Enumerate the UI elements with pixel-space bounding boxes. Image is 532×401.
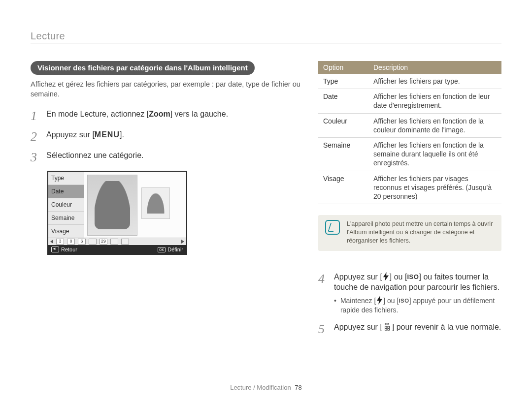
opt-desc: Afficher les fichiers par type. [368,74,501,89]
strip-right-arrow-icon [181,240,184,244]
step-5-text-b: ] pour revenir à la vue normale. [392,323,501,331]
two-columns: Visionner des fichiers par catégorie dan… [31,61,501,342]
strip-left-arrow-icon [50,240,53,244]
step-2-text-b: ]. [120,130,124,139]
strip-cell: 8 [67,239,75,245]
iso-key: ISO [407,273,419,281]
section-title: Lecture [31,31,501,42]
category-list: Type Date Couleur Semaine Visage [48,172,84,238]
svg-marker-0 [383,272,389,281]
step-number: 4 [318,272,327,285]
step-number: 2 [31,129,39,143]
table-row: Visage Afficher les fichiers par visages… [318,171,501,204]
step-3-text: Sélectionnez une catégorie. [46,150,300,161]
page-number: 78 [295,384,301,391]
step-4-sub: Maintenez [] ou [ISO] appuyé pour un déf… [334,296,501,315]
footer-set-label: Définir [167,247,183,252]
footer-back-label: Retour [61,247,77,252]
right-column: Option Description Type Afficher les fic… [318,61,501,342]
camera-screen-figure: Type Date Couleur Semaine Visage [47,171,187,255]
flash-key-icon [382,272,390,281]
opt-desc: Afficher les fichiers en fonction de la … [368,137,501,171]
page: Lecture Visionner des fichiers par catég… [0,0,532,401]
opt-name: Visage [318,171,368,204]
table-row: Date Afficher les fichiers en fonction d… [318,89,501,113]
step-4-sub-a: Maintenez [ [340,297,376,305]
step-4-sub-b: ] ou [ [383,297,399,305]
intro-text: Affichez et gérez les fichiers par catég… [31,80,300,99]
step-1-text-a: En mode Lecture, actionnez [ [46,110,149,118]
options-table: Option Description Type Afficher les fic… [318,61,501,204]
step-5-text-a: Appuyez sur [ [334,323,382,331]
strip-cell [121,239,129,245]
svg-rect-3 [385,326,387,328]
svg-rect-4 [388,326,390,328]
menu-key: MENU [95,129,120,140]
category-item-face: Visage [48,225,84,238]
strip-cell: 3 [56,239,64,245]
svg-marker-1 [377,296,382,305]
table-row: Couleur Afficher les fichiers en fonctio… [318,113,501,137]
date-strip: 3 8 6 29 [48,238,186,245]
category-item-color: Couleur [48,198,84,212]
opt-desc: Afficher les fichiers en fonction de leu… [368,89,501,113]
step-1-text-b: ] vers la gauche. [170,110,228,118]
thumbnail-pane [84,172,186,238]
opt-name: Couleur [318,113,368,137]
opt-name: Type [318,74,368,89]
opt-desc: Afficher les fichiers en fonction de la … [368,113,501,137]
opt-name: Semaine [318,137,368,171]
step-number: 5 [318,322,327,336]
th-option: Option [318,61,368,74]
strip-cell [89,239,97,245]
camera-screen: Type Date Couleur Semaine Visage [47,171,187,255]
topic-pill: Visionner des fichiers par catégorie dan… [31,61,255,75]
category-item-date: Date [48,185,84,198]
ok-grid-key-icon: OK [382,322,392,331]
note-icon [325,220,340,235]
svg-text:OK: OK [385,322,390,326]
step-4: 4 Appuyez sur [] ou [ISO] ou faites tour… [318,272,501,315]
step-2: 2 Appuyez sur [MENU]. [31,129,300,143]
thumbnail-main [87,175,137,236]
svg-rect-5 [385,328,387,330]
steps-list-right: 4 Appuyez sur [] ou [ISO] ou faites tour… [318,272,501,336]
note-text: L'appareil photo peut mettre un certain … [347,220,494,245]
page-footer: Lecture / Modification 78 [0,384,532,391]
back-button-icon [51,247,59,252]
category-item-week: Semaine [48,212,84,225]
steps-list: 1 En mode Lecture, actionnez [Zoom] vers… [31,109,300,164]
strip-cell: 6 [78,239,86,245]
step-4-text-b: ] ou [ [390,273,407,281]
thumbnail-small [141,187,170,219]
step-5: 5 Appuyez sur [OK] pour revenir à la vue… [318,322,501,336]
ok-button-icon: OK [158,247,166,252]
strip-cell: 29 [100,239,107,245]
step-number: 3 [31,150,39,164]
left-column: Visionner des fichiers par catégorie dan… [31,61,300,342]
iso-key: ISO [399,297,409,305]
footer-crumb: Lecture / Modification [230,384,291,391]
table-row: Semaine Afficher les fichiers en fonctio… [318,137,501,171]
step-number: 1 [31,109,39,123]
step-2-text-a: Appuyez sur [ [46,130,95,139]
table-row: Type Afficher les fichiers par type. [318,74,501,89]
title-rule [31,43,501,43]
strip-cell [110,239,118,245]
step-1: 1 En mode Lecture, actionnez [Zoom] vers… [31,109,300,123]
zoom-key: Zoom [149,110,170,118]
note-box: L'appareil photo peut mettre un certain … [318,215,501,251]
step-3: 3 Sélectionnez une catégorie. [31,150,300,164]
th-description: Description [368,61,501,74]
svg-rect-6 [388,328,390,330]
category-item-type: Type [48,172,84,185]
step-4-text-a: Appuyez sur [ [334,273,382,281]
opt-desc: Afficher les fichiers par visages reconn… [368,171,501,204]
opt-name: Date [318,89,368,113]
flash-key-icon [376,296,383,305]
screen-footer: Retour OK Définir [48,245,186,254]
